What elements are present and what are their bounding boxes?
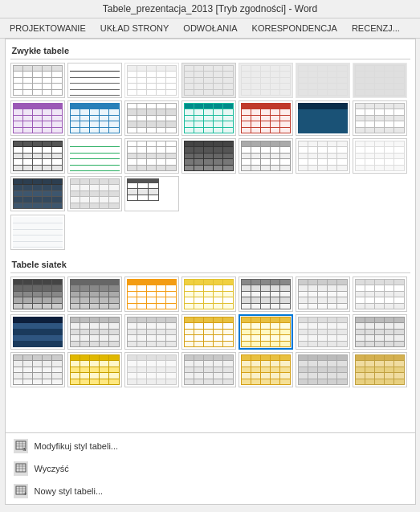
grid-style-7[interactable] [353,276,407,312]
table-styles-panel: Zwykłe tabele [5,39,416,505]
grid-style-10[interactable] [124,314,179,350]
title-text: Tabele_prezentacja_2013 [Tryb zgodności]… [103,3,318,14]
table-style-23[interactable] [67,176,122,211]
table-style-13[interactable] [296,100,350,136]
grid-style-4[interactable] [181,276,236,312]
clear-icon [14,461,28,476]
table-style-3[interactable] [124,63,179,98]
modify-style-label: Modyfikuj styl tabeli... [35,441,119,451]
menu-bar: PROJEKTOWANIE UKŁAD STRONY ODWOŁANIA KOR… [0,18,420,39]
grid-style-16[interactable] [67,352,122,387]
table-style-24[interactable] [124,176,179,211]
modify-style-icon [14,439,28,453]
plain-table-grid [10,63,410,211]
grid-style-8[interactable] [10,314,65,350]
grid-style-2[interactable] [67,276,122,312]
table-style-8[interactable] [10,100,65,136]
menu-odwolania[interactable]: ODWOŁANIA [177,20,243,36]
panel-scroll-area[interactable]: Zwykłe tabele [6,39,415,432]
section-grid-header: Tabele siatek [10,256,410,273]
svg-rect-7 [16,464,26,472]
grid-style-21[interactable] [353,352,407,387]
table-style-1[interactable] [10,63,65,98]
grid-style-11[interactable] [181,314,236,350]
menu-recenzja[interactable]: RECENZJ... [345,20,406,36]
table-style-7[interactable] [353,63,407,98]
table-style-15[interactable] [10,138,65,174]
table-style-22[interactable] [10,176,65,211]
table-style-21[interactable] [353,138,407,174]
table-style-17[interactable] [124,138,179,174]
table-style-16[interactable] [67,138,122,174]
grid-style-6[interactable] [296,276,350,312]
table-style-14[interactable] [353,100,407,136]
grid-style-1[interactable] [10,276,65,312]
clear-label: Wyczyść [35,464,69,473]
table-style-5[interactable] [239,63,293,98]
table-style-18[interactable] [181,138,236,174]
clear-action[interactable]: Wyczyść [6,457,415,480]
section-plain-header: Zwykłe tabele [10,43,410,59]
grid-style-15[interactable] [10,352,65,387]
grid-table-grid [10,276,410,387]
grid-style-18[interactable] [181,352,236,387]
table-style-20[interactable] [296,138,350,174]
new-style-action[interactable]: + Nowy styl tabeli... [6,480,415,502]
menu-projektowanie[interactable]: PROJEKTOWANIE [3,20,92,36]
table-style-19[interactable] [239,138,293,174]
table-style-9[interactable] [67,100,122,136]
table-style-10[interactable] [124,100,179,136]
grid-style-3[interactable] [124,276,179,312]
table-style-11[interactable] [181,100,236,136]
grid-style-9[interactable] [67,314,122,350]
sparse-grid [10,215,410,250]
grid-style-12-selected[interactable] [239,314,293,350]
grid-style-13[interactable] [296,314,350,350]
grid-style-5[interactable] [239,276,293,312]
modify-style-action[interactable]: Modyfikuj styl tabeli... [6,435,415,457]
menu-uklad-strony[interactable]: UKŁAD STRONY [94,20,176,36]
grid-style-17[interactable] [124,352,179,387]
table-style-6[interactable] [296,63,350,98]
title-bar: Tabele_prezentacja_2013 [Tryb zgodności]… [0,0,420,18]
svg-text:+: + [23,490,27,497]
table-style-4[interactable] [181,63,236,98]
new-style-label: Nowy styl tabeli... [35,486,104,496]
new-style-icon: + [14,484,28,498]
grid-style-14[interactable] [353,314,407,350]
grid-style-20[interactable] [296,352,350,387]
table-style-25[interactable] [10,215,65,250]
grid-style-19[interactable] [239,352,293,387]
footer-actions: Modyfikuj styl tabeli... Wyczyść [6,432,415,504]
table-style-12[interactable] [239,100,293,136]
menu-korespondencja[interactable]: KORESPONDENCJA [246,20,344,36]
table-style-2[interactable] [67,63,122,98]
